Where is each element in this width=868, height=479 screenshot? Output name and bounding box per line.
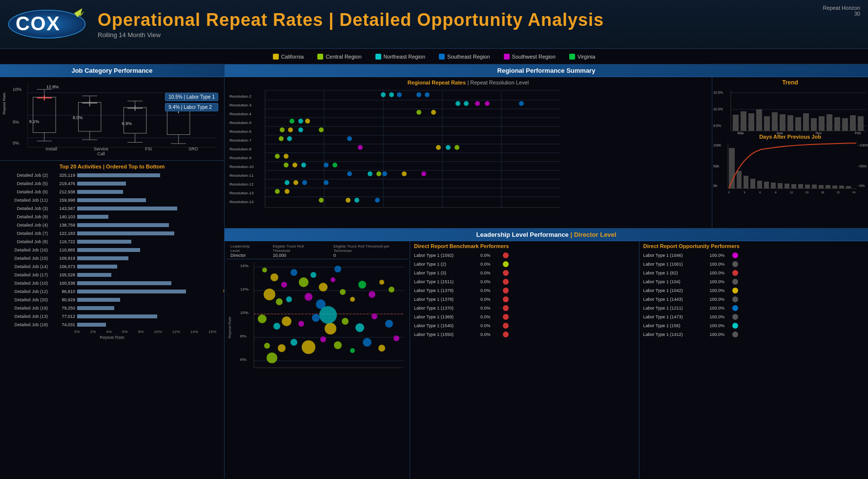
- bench-name: Labor Type 1 (2): [414, 262, 477, 267]
- benchmark-title: Direct Report Benchmark Performers: [414, 243, 635, 249]
- opportunity-row: Labor Type 1 (1443) 100.0%: [643, 295, 865, 304]
- svg-text:~50%: ~50%: [858, 165, 867, 168]
- bench-name: Labor Type 1 (1592): [414, 253, 477, 258]
- bench-pct: 0.0%: [480, 297, 500, 302]
- bench-name: Labor Type 1 (3): [414, 271, 477, 275]
- svg-text:6.9%: 6.9%: [122, 121, 132, 126]
- top20-bar-wrap: [77, 314, 220, 318]
- svg-rect-147: [827, 114, 832, 131]
- svg-point-208: [299, 277, 309, 287]
- svg-point-105: [284, 163, 289, 167]
- opp-pct: 100.0%: [710, 262, 729, 267]
- opportunity-list: Labor Type 1 (1046) 100.0% Labor Type 1 …: [643, 251, 865, 339]
- top20-bar: [77, 207, 177, 210]
- top20-bar-wrap: [77, 190, 220, 194]
- opp-name: Labor Type 1 (104): [643, 279, 707, 284]
- opp-pct: 100.0%: [710, 271, 729, 275]
- svg-point-232: [319, 306, 337, 324]
- top20-row: Detailed Job (7) 122,183: [4, 229, 220, 237]
- main-content: Job Category Performance Repeat Rate 10%…: [0, 64, 868, 479]
- svg-point-115: [421, 171, 426, 176]
- logo-area: COX: [8, 6, 86, 42]
- svg-rect-144: [803, 113, 809, 131]
- svg-point-123: [346, 198, 351, 203]
- top20-bar-wrap: [77, 306, 220, 310]
- top20-bar-wrap: 13.5%: [77, 290, 220, 293]
- bench-dot: [503, 314, 509, 320]
- opp-dot: [732, 252, 738, 258]
- bench-pct: 0.0%: [480, 332, 500, 337]
- bench-dot: [503, 252, 509, 258]
- top20-label: Detailed Job (17): [4, 272, 48, 277]
- top20-bar-wrap: 1.5%: [77, 215, 220, 219]
- opportunity-row: Labor Type 1 (82) 100.0%: [643, 269, 865, 277]
- bench-name: Labor Type 1 (1370): [414, 306, 477, 311]
- svg-text:Resolution-9: Resolution-9: [229, 156, 251, 160]
- legend-dot-california: [273, 54, 279, 60]
- top20-row: Detailed Job (2) 325,119: [4, 171, 220, 179]
- svg-rect-32: [167, 110, 189, 134]
- opp-name: Labor Type 1 (1412): [643, 332, 707, 337]
- top20-bar: [77, 231, 174, 235]
- svg-point-239: [320, 336, 326, 342]
- svg-point-99: [358, 145, 363, 150]
- svg-point-112: [376, 171, 381, 176]
- top20-bar-wrap: [77, 198, 220, 202]
- bench-dot: [503, 261, 509, 267]
- opp-dot: [732, 288, 738, 293]
- svg-text:9: 9: [775, 191, 777, 194]
- top20-label: Detailed Job (11): [4, 198, 48, 203]
- svg-point-111: [368, 171, 372, 176]
- top20-row: Detailed Job (11) 159,998: [4, 196, 220, 204]
- svg-point-212: [334, 266, 341, 272]
- svg-point-116: [285, 180, 289, 185]
- right-panel: Regional Performance Summary Regional Re…: [225, 64, 868, 479]
- svg-text:Resolution-7: Resolution-7: [229, 138, 251, 143]
- svg-point-216: [305, 293, 312, 301]
- svg-rect-179: [832, 186, 837, 188]
- svg-point-236: [278, 344, 286, 352]
- bench-dot: [503, 270, 509, 276]
- svg-point-87: [416, 110, 421, 115]
- svg-rect-169: [764, 182, 769, 188]
- legend-central: Central Region: [317, 54, 361, 60]
- ls-svg: 14%- 12%- 10%- 8%- 6%-: [240, 260, 406, 373]
- bench-name: Labor Type 1 (1511): [414, 279, 477, 284]
- title-gold: Detailed Opportunity Analysis: [334, 10, 604, 30]
- svg-rect-180: [839, 186, 844, 188]
- svg-point-205: [270, 273, 278, 281]
- main-title: Operational Repeat Rates | Detailed Oppo…: [98, 10, 860, 30]
- top20-bar: [77, 248, 140, 252]
- repeat-horizon: Repeat Horizon 30: [823, 5, 860, 17]
- opp-dot: [732, 332, 738, 337]
- opportunity-row: Labor Type 1 (156) 100.0%: [643, 321, 865, 330]
- regional-main: Regional Repeat Rates | Repeat Resolutio…: [225, 77, 712, 228]
- svg-rect-174: [798, 184, 803, 188]
- svg-text:18: 18: [821, 191, 825, 194]
- top20-label: Detailed Job (4): [4, 223, 48, 228]
- top20-value: 77,012: [50, 314, 75, 319]
- top20-label: Detailed Job (13): [4, 314, 48, 319]
- opp-name: Labor Type 1 (1473): [643, 314, 707, 319]
- svg-point-121: [285, 189, 289, 194]
- svg-text:12.8%: 12.8%: [46, 84, 59, 89]
- svg-text:Aug: Aug: [777, 131, 783, 134]
- svg-point-230: [342, 318, 349, 325]
- svg-point-81: [425, 92, 430, 97]
- callout-area: 10.5% | Labor Type 1 9.4% | Labcr Type 2: [165, 93, 218, 111]
- opp-dot: [732, 279, 738, 285]
- svg-text:10.0%: 10.0%: [713, 107, 723, 111]
- opportunity-table: Direct Report Opportunity Performers Lab…: [640, 241, 868, 479]
- svg-rect-142: [787, 115, 793, 131]
- opp-name: Labor Type 1 (1046): [643, 253, 707, 258]
- top20-row: Detailed Job (18) 74,031: [4, 321, 220, 329]
- svg-point-95: [319, 127, 324, 132]
- days-chart: 100K 50K 0K ~100% ~50% ~0%: [712, 141, 868, 194]
- regional-trend-panel: Trend 10.5% 10.0% 9.5%: [712, 77, 868, 228]
- benchmark-table: Direct Report Benchmark Performers Labor…: [410, 241, 640, 479]
- svg-text:10.5%: 10.5%: [713, 91, 723, 94]
- top20-section: Top 20 Activities | Ordered Top to Botto…: [0, 161, 224, 479]
- top20-bar: [77, 265, 117, 269]
- benchmark-row: Labor Type 1 (1378) 0.0%: [414, 295, 635, 304]
- bench-pct: 0.0%: [480, 271, 500, 275]
